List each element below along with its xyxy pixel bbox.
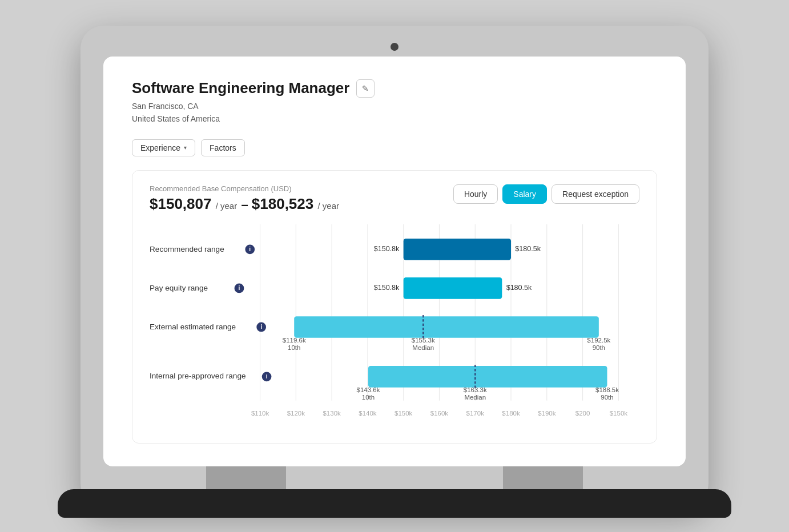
- svg-text:$188.5k: $188.5k: [595, 386, 619, 393]
- svg-text:$180.5k: $180.5k: [515, 245, 541, 253]
- svg-text:Recommended range: Recommended range: [150, 244, 224, 253]
- edit-button[interactable]: ✎: [356, 79, 375, 98]
- factors-filter-button[interactable]: Factors: [201, 139, 245, 156]
- svg-text:i: i: [239, 284, 240, 291]
- svg-text:$110k: $110k: [251, 409, 269, 416]
- svg-text:$170k: $170k: [466, 409, 485, 416]
- svg-text:$192.5k: $192.5k: [587, 337, 610, 344]
- salary-button[interactable]: Salary: [502, 184, 547, 204]
- svg-text:$200: $200: [575, 409, 590, 416]
- svg-text:90th: 90th: [593, 344, 605, 350]
- svg-text:$143.6k: $143.6k: [356, 386, 380, 393]
- view-toggle-group: Hourly Salary Request exception: [453, 184, 639, 204]
- svg-text:$180.5k: $180.5k: [506, 284, 532, 292]
- svg-text:$160k: $160k: [430, 409, 449, 416]
- range-low: $150,807: [150, 195, 211, 212]
- svg-rect-14: [404, 239, 511, 260]
- device-frame: Software Engineering Manager ✎ San Franc…: [80, 26, 709, 507]
- svg-text:$150k: $150k: [394, 409, 413, 416]
- svg-text:$150.8k: $150.8k: [374, 245, 400, 253]
- svg-text:$190k: $190k: [538, 409, 556, 416]
- svg-text:Median: Median: [464, 393, 486, 400]
- job-title: Software Engineering Manager: [132, 79, 349, 97]
- range-high: $180,523: [252, 195, 313, 212]
- svg-text:$119.6k: $119.6k: [283, 337, 306, 344]
- factors-label: Factors: [210, 143, 236, 152]
- svg-rect-20: [404, 277, 502, 299]
- svg-text:10th: 10th: [288, 344, 300, 350]
- svg-text:$150.8k: $150.8k: [374, 284, 400, 292]
- comp-label: Recommended Base Compensation (USD): [150, 184, 339, 193]
- svg-text:i: i: [266, 373, 268, 379]
- location-city: San Francisco, CA: [132, 100, 657, 112]
- title-row: Software Engineering Manager ✎: [132, 79, 657, 98]
- stand-left: [206, 466, 286, 492]
- hourly-button[interactable]: Hourly: [453, 184, 498, 204]
- svg-rect-37: [368, 365, 607, 387]
- svg-rect-26: [294, 316, 599, 338]
- svg-text:i: i: [260, 323, 262, 329]
- per-year-low: / year: [216, 201, 237, 211]
- experience-label: Experience: [140, 143, 180, 152]
- chart-header: Recommended Base Compensation (USD) $150…: [150, 184, 639, 213]
- svg-text:$120k: $120k: [287, 409, 305, 416]
- filter-row: Experience ▾ Factors: [132, 139, 657, 156]
- svg-text:Median: Median: [412, 344, 434, 350]
- device-base: [58, 489, 731, 518]
- stand-right: [503, 466, 583, 492]
- comp-range: $150,807 / year – $180,523 / year: [150, 195, 339, 213]
- svg-text:10th: 10th: [362, 393, 375, 400]
- chart-body: Recommended range i $150.8k $180.5k Pay …: [150, 224, 639, 430]
- chevron-down-icon: ▾: [184, 144, 187, 151]
- comp-info: Recommended Base Compensation (USD) $150…: [150, 184, 339, 213]
- svg-text:$155.3k: $155.3k: [412, 337, 435, 344]
- svg-text:$163.3k: $163.3k: [464, 386, 487, 393]
- location-country: United States of America: [132, 112, 657, 125]
- per-year-high: / year: [317, 201, 339, 211]
- svg-text:Pay equity range: Pay equity range: [150, 283, 208, 292]
- range-dash: –: [241, 198, 251, 212]
- svg-text:$180k: $180k: [502, 409, 520, 416]
- svg-text:External estimated range: External estimated range: [150, 322, 236, 331]
- pencil-icon: ✎: [362, 84, 369, 93]
- camera-dot: [391, 43, 398, 51]
- experience-filter-button[interactable]: Experience ▾: [132, 139, 195, 156]
- device-top: [103, 43, 686, 51]
- chart-card: Recommended Base Compensation (USD) $150…: [132, 170, 657, 444]
- svg-text:$140k: $140k: [359, 409, 377, 416]
- svg-text:90th: 90th: [601, 393, 613, 400]
- svg-text:$130k: $130k: [323, 409, 341, 416]
- svg-text:Internal pre-approved range: Internal pre-approved range: [150, 372, 246, 380]
- chart-svg: Recommended range i $150.8k $180.5k Pay …: [150, 224, 639, 428]
- page-header: Software Engineering Manager ✎ San Franc…: [132, 79, 657, 126]
- svg-text:i: i: [249, 245, 251, 252]
- request-exception-button[interactable]: Request exception: [552, 184, 639, 204]
- svg-text:$150k: $150k: [610, 409, 628, 416]
- screen: Software Engineering Manager ✎ San Franc…: [103, 57, 686, 467]
